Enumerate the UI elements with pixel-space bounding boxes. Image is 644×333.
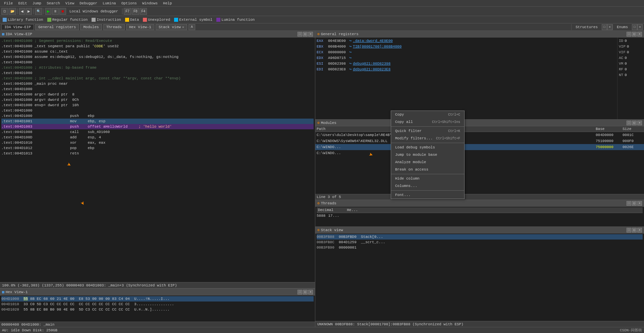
ida-view-content[interactable]: .text:004D1000 ; Segment permissions: Re… [0,38,315,282]
reg-link-icon-6: ↪ [349,67,352,72]
toolbar-open[interactable]: 📂 [9,8,16,15]
threads-header: Decimal He... [317,207,643,213]
menu-help[interactable]: Help [160,1,174,5]
menu-view[interactable]: View [63,1,77,5]
hex-view-float[interactable]: ◱ [303,290,308,294]
menu-windows[interactable]: Windows [140,1,160,5]
modules-close[interactable]: ✕ [637,121,642,125]
ctx-analyze-module[interactable]: Analyze module [391,158,464,166]
hex-view-restore[interactable]: □ [298,290,302,294]
ida-view-float[interactable]: ◱ [303,32,308,37]
hex-view-close[interactable]: ✕ [308,290,313,294]
modules-header: Path Base Size [315,126,644,132]
toolbar-stop[interactable]: ⏹ [59,8,66,15]
stack-float[interactable]: ◱ [632,228,637,232]
threads-title-text: Threads [321,201,336,205]
ida-view-restore[interactable]: □ [298,32,302,37]
tab-threads[interactable]: Threads [103,24,125,30]
reg-ebx: EBX 008B4000 ↪ TIB[00001700]:008B4000 [317,44,616,50]
toolbar-search[interactable]: 🔍 [35,8,42,15]
toolbar-step-into[interactable]: F7 [124,8,131,15]
toolbar-pause[interactable]: ⏸ [52,8,59,15]
threads-row-0[interactable]: 5888 17... [317,213,643,218]
toolbar-forward[interactable]: ▶ [26,8,32,15]
reg-eax-link[interactable]: .data:dword_4E9E00 [353,38,393,44]
modules-restore[interactable]: □ [627,121,631,125]
stack-close[interactable]: ✕ [637,228,642,232]
modules-content[interactable]: Path Base Size C:\Users\dula\Desktop\sam… [315,126,644,194]
reg-esi-link[interactable]: debug021:00D82398 [353,61,390,67]
toolbar-step-over[interactable]: F8 [132,8,139,15]
ctx-quick-filter[interactable]: Quick filter Ctrl+K [391,127,464,135]
ctx-load-debug[interactable]: Load debug symbols [391,144,464,151]
ctx-font[interactable]: Font... [391,191,464,199]
menu-jump[interactable]: Jump [30,1,44,5]
modules-row-3[interactable]: C:\WINDO... [315,150,644,156]
registers-float[interactable]: ◱ [632,32,637,37]
hex-view-content[interactable]: 004D1000 55 8B EC 68 60 21 4E 00 E8 53 0… [0,295,315,322]
stack-content[interactable]: 00B3FB88 00B3FBD0 Stack[0... 00B3FB8C 00… [315,234,644,321]
tab-ida-view-label: IDA View-EIP [4,25,31,29]
tab-stack-view-close[interactable]: ✕ [182,25,184,29]
structures-tab[interactable]: Structures [572,24,602,30]
code-line-5: .text:004D1000 ; Attributes: bp-based fr… [1,65,314,70]
structures-close[interactable]: ✕ [607,24,612,30]
toolbar-run[interactable]: ▶ [45,8,51,15]
hex-view-title: ▦ Hex View-1 [2,290,28,294]
tab-ida-view[interactable]: IDA View-EIP [1,24,34,30]
registers-restore[interactable]: □ [627,32,631,37]
toolbar-back[interactable]: ◀ [19,8,25,15]
threads-restore[interactable]: □ [627,201,631,206]
modules-row-1[interactable]: C:\WINDOWS\SysWOW64\KERNEL32.DLL 7510000… [315,138,644,144]
ctx-jump-module-label: Jump to module base [395,153,437,157]
toolbar-run-to-cursor[interactable]: F4 [140,8,147,15]
modules-title-text: Modules [321,121,336,125]
reg-ebx-link[interactable]: TIB[00001700]:008B4000 [353,44,401,50]
code-line-20: .text:004D1012 pop ebp [1,145,314,151]
menu-lumina[interactable]: Lumina [100,1,119,5]
ida-view-close[interactable]: ✕ [308,32,313,37]
ctx-columns[interactable]: Columns... [391,182,464,190]
flag-vm: VM 0 [619,61,643,67]
enums-close[interactable]: ✕ [637,24,643,30]
modules-row-0[interactable]: C:\Users\dula\Desktop\sample\RE4B\hello_… [315,132,644,138]
ctx-copy[interactable]: Copy Ctrl+C [391,111,464,118]
ctx-modify-filters[interactable]: Modify filters... Ctrl+Shift+F [391,135,464,142]
legend-lumina-color [216,18,220,22]
tab-hex-view[interactable]: Hex View-1 [126,24,154,30]
ctx-copy-all[interactable]: Copy all Ctrl+Shift+Ins [391,118,464,126]
hex-line-0: 004D1000 55 8B EC 68 60 21 4E 00 E8 53 0… [1,296,314,302]
stack-restore[interactable]: □ [627,228,631,232]
ctx-hide-column[interactable]: Hide column [391,175,464,182]
code-line-1: .text:004D1000 _text segment para public… [1,44,314,49]
modules-float[interactable]: ◱ [632,121,637,125]
menu-file[interactable]: File [1,1,15,5]
toolbar-new[interactable]: 🗋 [1,8,8,15]
enums-panel-ctrl[interactable]: □ [632,24,637,30]
reg-edi-link[interactable]: debug021:00D823E8 [353,67,390,72]
menu-debugger[interactable]: Debugger [77,1,100,5]
menu-options[interactable]: Options [119,1,140,5]
tab-registers[interactable]: General registers [35,24,79,30]
modules-row-2[interactable]: C:\WINDO... 75000000 0026E [315,144,644,150]
registers-left: EAX 004E9E00 ↪ .data:dword_4E9E00 EBX 00… [315,38,617,119]
threads-content[interactable]: Decimal He... 5888 17... [315,207,644,226]
enums-tab[interactable]: Enums [613,24,632,30]
code-line-11: .text:004D1000 argv= dword ptr 0Ch [1,97,314,103]
menu-search[interactable]: Search [44,1,63,5]
registers-close[interactable]: ✕ [637,32,642,37]
ctx-jump-module-base[interactable]: Jump to module base [391,151,464,158]
threads-close[interactable]: ✕ [637,201,642,206]
hex-view-panel: ▦ Hex View-1 □ ◱ ✕ 004D1000 55 8B EC 68 … [0,288,315,327]
tab-bookmark[interactable]: A [189,24,195,30]
menu-edit[interactable]: Edit [15,1,30,5]
debugger-label: Local Windows debugger [67,9,121,13]
tab-stack-view[interactable]: Stack view ✕ [156,24,187,30]
ctx-break-on-access[interactable]: Break on access [391,166,464,173]
structures-panel-ctrl[interactable]: □ [602,24,607,30]
context-menu: Copy Ctrl+C Copy all Ctrl+Shift+Ins Quic… [391,111,465,199]
threads-float[interactable]: ◱ [632,201,637,206]
tab-modules[interactable]: Modules [80,24,102,30]
modules-base-1: 75100000 [596,138,623,144]
legend-regular-label: Regular function [52,18,88,22]
